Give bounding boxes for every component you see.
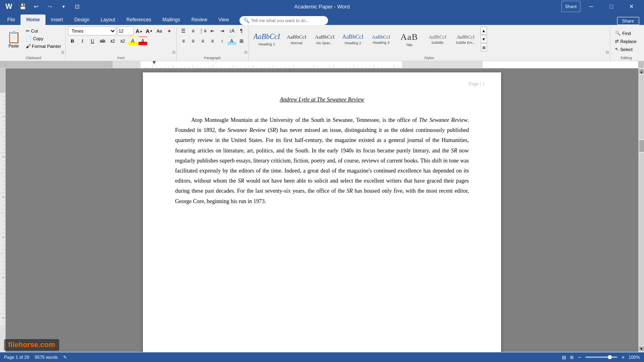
document-area[interactable]: Page | 1 Andrew Lytle at The Sewanee Rev… — [6, 68, 638, 352]
font-name-select[interactable]: Times — [68, 27, 116, 35]
clear-format-button[interactable]: ✦ — [165, 27, 174, 35]
styles-scroll-down[interactable]: ▼ — [481, 35, 487, 43]
style-heading1[interactable]: AaBbCcI Heading 1 — [251, 27, 283, 52]
search-input[interactable] — [251, 18, 324, 23]
document-body[interactable]: Atop Monteagle Mountain at the Universit… — [175, 115, 469, 206]
styles-expand[interactable]: ⊞ — [481, 43, 487, 51]
sort-button[interactable]: ↕A — [227, 27, 236, 35]
scrollbar[interactable]: ▲ ▼ — [638, 68, 644, 352]
tab-layout[interactable]: Layout — [95, 14, 121, 25]
font-size-input[interactable] — [118, 27, 134, 35]
web-layout-button[interactable]: ⊞ — [570, 355, 574, 360]
style-heading1-label: Heading 1 — [258, 42, 275, 46]
font-shrink-button[interactable]: A▼ — [145, 27, 154, 35]
word-icon: W — [3, 1, 14, 12]
style-nospace[interactable]: AaBbCcI No Spac... — [311, 27, 339, 52]
svg-text:2: 2 — [2, 156, 5, 158]
share-ribbon-button[interactable]: Share — [617, 17, 639, 25]
document-title[interactable]: Andrew Lytle at The Sewanee Review — [175, 97, 469, 103]
svg-rect-85 — [0, 68, 6, 93]
numbering-button[interactable]: ≡ — [189, 27, 198, 35]
tab-home[interactable]: Home — [21, 14, 45, 25]
maximize-button[interactable]: □ — [602, 0, 621, 13]
style-heading3-label: Heading 3 — [373, 41, 389, 45]
show-marks-button[interactable]: ¶ — [237, 27, 246, 35]
tab-mailings[interactable]: Mailings — [157, 14, 186, 25]
justify-button[interactable]: ≡ — [208, 37, 217, 45]
styles-expand-btn[interactable]: ⊡ — [606, 50, 609, 54]
word-count: 9575 words — [35, 355, 58, 360]
find-button[interactable]: 🔍 Find — [613, 30, 639, 37]
tab-references[interactable]: References — [121, 14, 157, 25]
strikethrough-button[interactable]: ab — [98, 37, 107, 45]
bold-button[interactable]: B — [68, 37, 77, 45]
tab-design[interactable]: Design — [69, 14, 95, 25]
page-number: Page | 1 — [469, 80, 485, 87]
subscript-button[interactable]: x2 — [108, 37, 117, 45]
style-subtleem[interactable]: AaBbCcI Subtle Em... — [452, 27, 480, 52]
bullets-button[interactable]: ☰ — [179, 27, 188, 35]
font-expand[interactable]: ⊡ — [172, 50, 175, 54]
font-color-button[interactable]: A — [138, 37, 147, 45]
redo-button[interactable]: ↪ — [44, 1, 56, 12]
zoom-plus-button[interactable]: + — [621, 354, 625, 360]
undo-button[interactable]: ↩ — [31, 1, 42, 12]
multilevel-button[interactable]: ⋮≡ — [198, 27, 207, 35]
paste-label: Paste — [8, 44, 19, 48]
italic-text-4: SR — [451, 148, 457, 154]
align-right-button[interactable]: ≡ — [198, 37, 207, 45]
italic-button[interactable]: I — [78, 37, 87, 45]
zoom-slider[interactable] — [585, 356, 617, 358]
tab-review[interactable]: Review — [186, 14, 213, 25]
save-button[interactable]: 💾 — [17, 1, 28, 12]
document-page[interactable]: Page | 1 Andrew Lytle at The Sewanee Rev… — [143, 72, 501, 352]
style-subtleem-label: Subtle Em... — [456, 41, 475, 45]
copy-button[interactable]: 📄 Copy — [24, 35, 63, 42]
paragraph-1[interactable]: Atop Monteagle Mountain at the Universit… — [175, 115, 469, 206]
styles-group: AaBbCcI Heading 1 AaBbCcI Normal AaBbCcI… — [249, 27, 610, 61]
paragraph-expand[interactable]: ⊡ — [244, 50, 248, 54]
close-button[interactable]: ✕ — [622, 0, 641, 13]
style-heading2[interactable]: AaBbCcI Heading 2 — [339, 27, 367, 52]
styles-scroll-up[interactable]: ▲ — [481, 27, 487, 35]
style-normal[interactable]: AaBbCcI Normal — [283, 27, 311, 52]
title-bar: W 💾 ↩ ↪ ▼ ⊡ Academic Paper - Word Share … — [0, 0, 644, 13]
restore-button[interactable]: ⊡ — [72, 1, 83, 12]
tab-file[interactable]: File — [2, 14, 21, 25]
select-icon: ↖ — [615, 47, 619, 52]
paste-button[interactable]: 📋 Paste — [4, 27, 23, 53]
status-bar: Page 1 of 29 9575 words ✎ ▤ ⊞ − + 100% — [0, 352, 644, 362]
zoom-minus-button[interactable]: − — [578, 354, 581, 360]
underline-button[interactable]: U — [88, 37, 97, 45]
change-case-button[interactable]: Aa — [155, 27, 164, 35]
superscript-button[interactable]: x2 — [118, 37, 127, 45]
font-grow-button[interactable]: A▲ — [135, 27, 144, 35]
svg-rect-82 — [112, 61, 140, 68]
share-button[interactable]: Share — [561, 1, 580, 12]
style-normal-label: Normal — [291, 41, 302, 45]
align-left-button[interactable]: ≡ — [179, 37, 188, 45]
decrease-indent-button[interactable]: ⇤ — [208, 27, 217, 35]
style-heading3[interactable]: AaBbCcI Heading 3 — [367, 27, 395, 52]
increase-indent-button[interactable]: ⇥ — [218, 27, 227, 35]
svg-text:5: 5 — [2, 276, 5, 278]
clipboard-expand[interactable]: ⊡ — [61, 50, 64, 54]
align-center-button[interactable]: ≡ — [189, 37, 198, 45]
text-highlight-button[interactable]: A — [128, 37, 137, 45]
replace-button[interactable]: ⇄ Replace — [613, 38, 639, 45]
select-button[interactable]: ↖ Select — [613, 46, 639, 53]
tab-insert[interactable]: Insert — [45, 14, 69, 25]
style-subtitle[interactable]: AaBbCcI Subtitle — [423, 27, 452, 52]
borders-button[interactable]: ⊞ — [237, 37, 246, 45]
cut-button[interactable]: ✂ Cut — [24, 27, 63, 35]
clipboard-group: 📋 Paste ✂ Cut 📄 Copy 🖌 Format Painter Cl… — [2, 27, 66, 61]
shading-button[interactable]: A — [227, 37, 236, 45]
print-layout-button[interactable]: ▤ — [562, 355, 566, 360]
style-heading2-label: Heading 2 — [345, 41, 361, 45]
minimize-button[interactable]: ─ — [582, 0, 601, 13]
format-painter-button[interactable]: 🖌 Format Painter — [24, 43, 63, 50]
style-title[interactable]: AaB Title — [395, 27, 423, 52]
line-spacing-button[interactable]: ↕ — [218, 37, 227, 45]
tab-view[interactable]: View — [213, 14, 235, 25]
customize-button[interactable]: ▼ — [58, 1, 69, 12]
